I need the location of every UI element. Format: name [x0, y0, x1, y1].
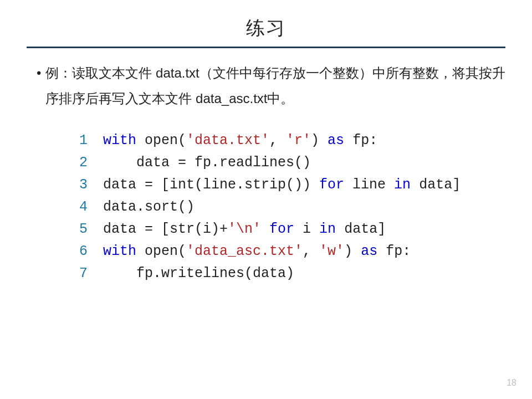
code-token: in [394, 177, 411, 193]
code-token: '\n' [228, 221, 261, 237]
code-token: 'data_asc.txt' [186, 243, 303, 259]
code-line: 2 data = fp.readlines() [65, 152, 505, 174]
bullet-item: • 例：读取文本文件 data.txt（文件中每行存放一个整数）中所有整数，将其… [37, 60, 505, 111]
code-token: 'r' [286, 132, 311, 149]
code-token: as [328, 132, 344, 149]
code-token: open( [136, 243, 186, 259]
code-block: 1with open('data.txt', 'r') as fp:2 data… [65, 130, 505, 285]
code-token: fp: [344, 132, 377, 149]
code-content: with open('data.txt', 'r') as fp: [103, 130, 377, 152]
code-token [103, 265, 136, 282]
slide-title: 练习 [27, 16, 505, 41]
code-token: with [103, 243, 136, 259]
code-token: data] [336, 221, 386, 237]
code-token: fp.writelines(data) [136, 265, 294, 282]
line-number: 5 [65, 218, 88, 241]
code-content: data = [str(i)+'\n' for i in data] [103, 218, 386, 241]
code-token: in [319, 221, 336, 237]
code-token [103, 155, 136, 171]
code-content: data.sort() [103, 196, 195, 218]
page-number: 18 [507, 378, 516, 388]
code-token: data.sort() [103, 199, 195, 215]
bullet-dot-icon: • [37, 60, 41, 86]
code-content: data = [int(line.strip()) for line in da… [103, 174, 461, 196]
code-token: i [294, 221, 319, 237]
code-token: data = fp.readlines() [136, 155, 311, 171]
code-token [261, 221, 269, 237]
line-number: 7 [65, 263, 88, 285]
line-number: 3 [65, 174, 88, 196]
code-line: 4data.sort() [65, 196, 505, 218]
code-token: line [344, 177, 394, 193]
bullet-text: 例：读取文本文件 data.txt（文件中每行存放一个整数）中所有整数，将其按升… [45, 60, 505, 111]
code-token: ) [311, 132, 328, 149]
code-line: 6with open('data_asc.txt', 'w') as fp: [65, 241, 505, 263]
code-token: open( [136, 132, 186, 149]
line-number: 6 [65, 241, 88, 263]
line-number: 2 [65, 152, 88, 174]
code-token: , [303, 243, 319, 259]
slide: 练习 • 例：读取文本文件 data.txt（文件中每行存放一个整数）中所有整数… [0, 0, 532, 399]
code-line: 3data = [int(line.strip()) for line in d… [65, 174, 505, 196]
code-line: 5data = [str(i)+'\n' for i in data] [65, 218, 505, 241]
code-token: for [319, 177, 344, 193]
code-content: fp.writelines(data) [103, 263, 294, 285]
line-number: 1 [65, 130, 88, 152]
line-number: 4 [65, 196, 88, 218]
code-content: with open('data_asc.txt', 'w') as fp: [103, 241, 411, 263]
code-line: 7 fp.writelines(data) [65, 263, 505, 285]
code-token: as [361, 243, 377, 259]
code-token: for [269, 221, 294, 237]
code-line: 1with open('data.txt', 'r') as fp: [65, 130, 505, 152]
code-token: data = [int(line.strip()) [103, 177, 319, 193]
code-content: data = fp.readlines() [103, 152, 311, 174]
code-token: with [103, 132, 136, 149]
code-token: 'data.txt' [186, 132, 269, 149]
code-token: data] [411, 177, 461, 193]
code-token: data = [str(i)+ [103, 221, 228, 237]
title-divider [27, 47, 505, 48]
code-token: ) [344, 243, 361, 259]
code-token: 'w' [319, 243, 344, 259]
code-token: , [269, 132, 286, 149]
code-token: fp: [377, 243, 411, 259]
